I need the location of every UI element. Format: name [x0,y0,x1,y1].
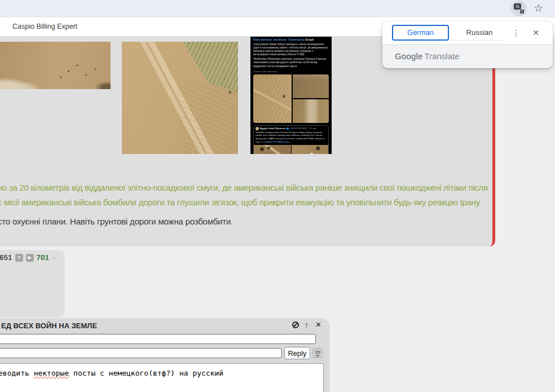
post-comment: сто охуєнні плани. Навіть грунтові дорог… [0,217,505,226]
google-translate-popup: German Russian ⋮ ✕ GoogleTranslate [382,21,553,68]
avatar [256,127,259,130]
greentext-line-2: с місії американські війська бомбили дор… [0,195,505,210]
reply-message-textarea[interactable]: еводить некторые посты с немецкого(втф?)… [0,363,324,392]
tweet-paragraph-2: Приблизно 28 великих кратерів, шириною б… [253,58,329,68]
tweet-photo-1 [253,74,292,123]
expand-post-button[interactable]: ▶ [26,254,34,262]
tweet-quote-photos [254,145,328,154]
tweet-paragraph-1: Супутникові знімки Airbus показують знач… [253,43,329,56]
tweet-photo-2 [293,74,329,98]
google-translate-brand: GoogleTranslate [395,45,460,68]
tab-german[interactable]: German [392,25,449,41]
tweet-quoted-post: Egypt's Intel Observer @EGYINTOBS1 · 21 … [253,125,329,154]
tab-russian[interactable]: Russian [455,25,504,41]
bookmark-caspio[interactable]: Caspio Billing Expert [12,23,77,30]
textarea-text-after: посты с немецкого(втф?) на русский [69,369,223,377]
tweet-quote-text: Satellite imagery from Landsat 8 taken t… [254,131,328,145]
reply-count-link[interactable]: 701 [37,253,50,262]
tweet-quote-header: Egypt's Intel Observer @EGYINTOBS1 · 21 … [254,126,328,131]
thread-post-next: 651 ✕ ▶ 701 ♥ [0,250,65,317]
kebab-menu-icon[interactable]: ⋮ [512,25,521,40]
page-content: Мова оригіналу: англійська · Переклад ві… [0,36,555,392]
greentext-line-1: но за 20 кілометрів від віддаленої злітн… [0,180,505,195]
tab-underline [450,40,504,41]
tweet-rate-label: Оцініть цей переклад [253,70,329,73]
tweet-photo-3 [293,99,329,123]
tweet-translate-note: Мова оригіналу: англійська · Переклад ві… [253,38,329,42]
popup-footer: GoogleTranslate [382,44,553,68]
tweet-quote-link: x.com/EGYPTOBS1/statu… [261,140,292,143]
satellite-image-desert[interactable] [0,42,111,89]
attach-icon-bars [315,351,320,352]
textarea-text-before: еводить [0,369,34,377]
close-icon[interactable]: ✕ [315,320,321,329]
tweet-photo-grid [253,74,329,123]
post-number[interactable]: 651 [0,253,12,262]
attach-file-button[interactable] [312,348,323,358]
reply-options-input[interactable] [0,348,282,358]
brand-translate: Translate [425,51,460,61]
translate-icon-char: 文 [519,9,525,14]
reply-subject-input[interactable] [0,334,316,344]
tweet-screenshot-image[interactable]: Мова оригіналу: англійська · Переклад ві… [250,37,332,154]
tweet-quote-photo-2 [292,145,329,154]
tweet-quote-author: Egypt's Intel Observer [260,127,285,130]
block-icon[interactable] [292,321,299,328]
reply-form-panel: ЕД ВСЕХ ВОЙН НА ЗЕМЛЕ ↑ ✕ Reply еводить … [0,319,328,392]
google-translate-icon[interactable]: G 文 [511,1,527,16]
brand-google: Google [395,51,423,61]
bookmark-star-icon[interactable]: ☆ [534,2,543,15]
tweet-quote-handle: @EGYINTOBS1 · 21 лип [290,127,316,130]
like-heart-icon[interactable]: ♥ [52,254,57,262]
collapse-up-icon[interactable]: ↑ [305,320,309,329]
browser-toolbar: G 文 ☆ [0,0,555,17]
tweet-quote-photo-1 [254,145,291,154]
post-header: 651 ✕ ▶ 701 ♥ [0,253,57,262]
popup-close-icon[interactable]: ✕ [530,25,541,40]
satellite-image-fields[interactable] [122,42,238,154]
tweet-note-brand: Google [305,38,314,41]
verified-badge-icon [287,127,289,130]
reply-submit-button[interactable]: Reply [284,347,310,359]
tweet-note-text: Мова оригіналу: англійська · Переклад ві… [253,38,305,41]
post-greentext: но за 20 кілометрів від віддаленої злітн… [0,180,505,210]
reply-form-title: ЕД ВСЕХ ВОЙН НА ЗЕМЛЕ [1,321,97,330]
attach-icon-arrow [315,355,320,358]
textarea-misspelled-word: некторые [34,369,69,377]
hide-post-button[interactable]: ✕ [15,254,23,262]
